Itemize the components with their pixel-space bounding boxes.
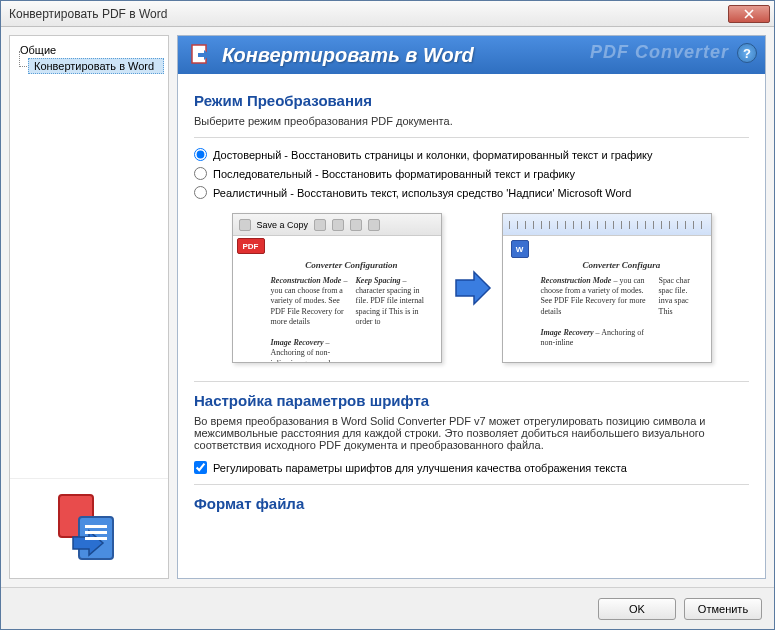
- dialog-footer: OK Отменить: [1, 587, 774, 629]
- checkbox-font-adjust-label: Регулировать параметры шрифтов для улучш…: [213, 462, 627, 474]
- section-conversion-mode-heading: Режим Преобразования: [194, 92, 749, 109]
- banner-brand: PDF Converter: [590, 42, 729, 63]
- cancel-button[interactable]: Отменить: [684, 598, 762, 620]
- ok-button[interactable]: OK: [598, 598, 676, 620]
- titlebar: Конвертировать PDF в Word: [1, 1, 774, 27]
- dialog-window: Конвертировать PDF в Word Общие Конверти…: [0, 0, 775, 630]
- section-file-format-heading: Формат файла: [194, 495, 749, 512]
- sidebar-item-convert-word[interactable]: Конвертировать в Word: [28, 58, 164, 74]
- checkbox-font-adjust-input[interactable]: [194, 461, 207, 474]
- divider: [194, 381, 749, 382]
- radio-realistic[interactable]: Реалистичный - Восстановить текст, испол…: [194, 186, 749, 199]
- radio-flowing-label: Последовательный - Восстановить форматир…: [213, 168, 575, 180]
- ruler-icon: [509, 221, 705, 229]
- radio-accurate[interactable]: Достоверный - Восстановить страницы и ко…: [194, 148, 749, 161]
- mail-icon: [332, 219, 344, 231]
- binoculars-icon: [368, 219, 380, 231]
- checkbox-font-adjust[interactable]: Регулировать параметры шрифтов для улучш…: [194, 461, 749, 474]
- scroll-area[interactable]: Режим Преобразования Выберите режим прео…: [178, 74, 765, 578]
- window-title: Конвертировать PDF в Word: [9, 7, 728, 21]
- print-icon: [314, 219, 326, 231]
- preview-word: W Converter Configura Reconstruction Mod…: [502, 213, 712, 363]
- preview-word-toolbar: [503, 214, 711, 236]
- preview-pdf: Save a Copy PDF Converter Configuration: [232, 213, 442, 363]
- save-icon: [239, 219, 251, 231]
- svg-rect-3: [85, 525, 107, 528]
- dialog-body: Общие Конвертировать в Word: [1, 27, 774, 587]
- radio-accurate-label: Достоверный - Восстановить страницы и ко…: [213, 149, 653, 161]
- sidebar-item-general[interactable]: Общие: [14, 42, 164, 58]
- search-icon: [350, 219, 362, 231]
- radio-realistic-input[interactable]: [194, 186, 207, 199]
- radio-flowing[interactable]: Последовательный - Восстановить форматир…: [194, 167, 749, 180]
- section-conversion-mode-desc: Выберите режим преобразования PDF докуме…: [194, 115, 749, 127]
- divider: [194, 137, 749, 138]
- pdf-badge: PDF: [237, 238, 265, 254]
- section-font-desc: Во время преобразования в Word Solid Con…: [194, 415, 749, 451]
- arrow-icon: [452, 268, 492, 308]
- toolbar-save-label: Save a Copy: [257, 220, 309, 230]
- sidebar-illustration: [10, 478, 168, 578]
- preview-row: Save a Copy PDF Converter Configuration: [194, 213, 749, 363]
- banner-title: Конвертировать в Word: [222, 44, 474, 67]
- content-panel: Конвертировать в Word PDF Converter ? Ре…: [177, 35, 766, 579]
- preview-pdf-toolbar: Save a Copy: [233, 214, 441, 236]
- nav-tree: Общие Конвертировать в Word: [10, 36, 168, 478]
- radio-accurate-input[interactable]: [194, 148, 207, 161]
- banner: Конвертировать в Word PDF Converter ?: [178, 36, 765, 74]
- help-button[interactable]: ?: [737, 43, 757, 63]
- preview-word-body: Converter Configura Reconstruction Mode …: [503, 236, 711, 354]
- preview-pdf-body: Converter Configuration Reconstruction M…: [233, 236, 441, 363]
- svg-rect-5: [85, 537, 107, 540]
- divider: [194, 484, 749, 485]
- close-button[interactable]: [728, 5, 770, 23]
- svg-marker-8: [456, 272, 490, 304]
- svg-rect-4: [85, 531, 107, 534]
- radio-flowing-input[interactable]: [194, 167, 207, 180]
- sidebar: Общие Конвертировать в Word: [9, 35, 169, 579]
- word-badge: W: [511, 240, 529, 258]
- section-font-heading: Настройка параметров шрифта: [194, 392, 749, 409]
- radio-realistic-label: Реалистичный - Восстановить текст, испол…: [213, 187, 631, 199]
- banner-icon: [188, 42, 214, 68]
